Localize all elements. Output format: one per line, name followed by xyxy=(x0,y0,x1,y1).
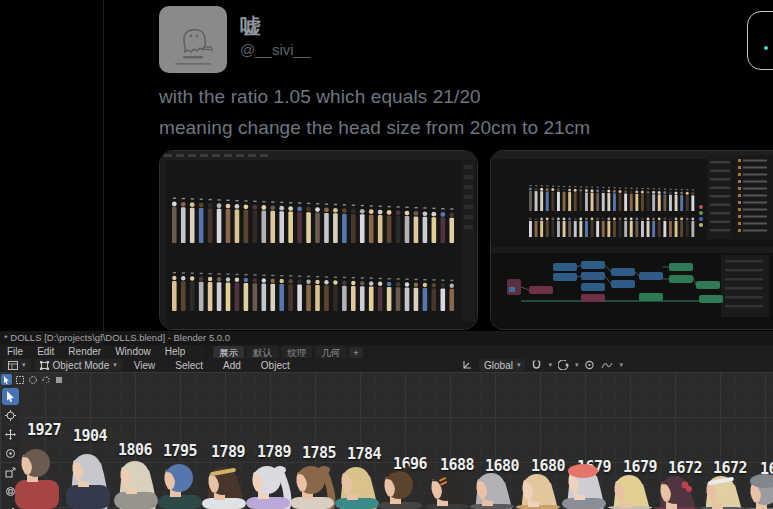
character-model[interactable] xyxy=(700,476,744,509)
character-model[interactable] xyxy=(246,466,291,509)
character-model[interactable] xyxy=(158,464,202,509)
chevron-down-icon[interactable]: ▾ xyxy=(575,361,579,369)
orientation-dropdown[interactable]: Global ▾ xyxy=(479,359,525,371)
character-model[interactable] xyxy=(15,449,59,509)
menu-window[interactable]: Window xyxy=(108,345,158,358)
thread-connector-line xyxy=(103,0,104,331)
avatar[interactable] xyxy=(159,6,227,73)
tab-workspace-2[interactable]: 默认 xyxy=(247,346,278,358)
object-mode-icon xyxy=(40,361,49,370)
screenshot-stage: 嘘 @__sivi__ with the ratio 1.05 which eq… xyxy=(0,0,773,509)
mode-label: Object Mode xyxy=(53,360,110,371)
character-model[interactable] xyxy=(335,467,379,509)
menu-edit[interactable]: Edit xyxy=(30,345,61,358)
tab-workspace-1[interactable]: 展示 xyxy=(213,346,244,358)
character-model[interactable] xyxy=(516,474,560,509)
proportional-editing-icon[interactable] xyxy=(584,360,595,370)
character-model[interactable] xyxy=(562,464,606,509)
tab-workspace-3[interactable]: 纹理 xyxy=(281,346,312,358)
menu-object[interactable]: Object xyxy=(253,360,298,371)
character-lineup xyxy=(0,372,773,509)
ghost-doodle-icon xyxy=(159,6,227,73)
character-model[interactable] xyxy=(470,473,514,509)
blender-menubar: File Edit Render Window Help 展示 默认 纹理 几何… xyxy=(0,345,773,358)
pivot-point-icon[interactable] xyxy=(558,360,569,370)
menu-file[interactable]: File xyxy=(0,345,30,358)
falloff-curve-icon[interactable] xyxy=(601,360,613,370)
character-model[interactable] xyxy=(378,463,422,509)
character-model[interactable] xyxy=(608,475,652,509)
tweet-text-line-2: meaning change the head size from 20cm t… xyxy=(159,117,590,139)
media-image-2[interactable] xyxy=(490,150,773,330)
tweet-text-line-1: with the ratio 1.05 which equals 21/20 xyxy=(159,86,481,108)
snap-magnet-icon[interactable] xyxy=(531,360,542,370)
corner-card[interactable] xyxy=(747,11,773,70)
menu-view[interactable]: View xyxy=(126,360,164,371)
character-model[interactable] xyxy=(114,461,158,509)
character-model[interactable] xyxy=(202,467,246,509)
character-model[interactable] xyxy=(425,473,469,509)
chevron-down-icon[interactable]: ▾ xyxy=(619,361,623,369)
transform-orientation-icon xyxy=(462,360,473,370)
chevron-down-icon: ▾ xyxy=(113,361,117,369)
blender-titlebar[interactable]: * DOLLS [D:\projects\gf\DOLLS.blend] - B… xyxy=(0,331,773,345)
chevron-down-icon: ▾ xyxy=(22,361,26,369)
3d-viewport[interactable]: 1927190418061795178917891785178416961688… xyxy=(0,372,773,509)
menu-select[interactable]: Select xyxy=(167,360,211,371)
viewport-editor-icon xyxy=(8,361,18,370)
display-name[interactable]: 嘘 xyxy=(240,12,261,40)
editor-type-dropdown[interactable]: ▾ xyxy=(3,359,31,371)
menu-help[interactable]: Help xyxy=(158,345,193,358)
blender-window: * DOLLS [D:\projects\gf\DOLLS.blend] - B… xyxy=(0,331,773,509)
menu-add[interactable]: Add xyxy=(215,360,249,371)
chevron-down-icon: ▾ xyxy=(517,361,521,369)
add-workspace-button[interactable]: + xyxy=(349,347,363,358)
viewport-header: ▾ Object Mode ▾ View Select Add Object xyxy=(0,358,773,372)
character-model[interactable] xyxy=(654,476,698,509)
character-model[interactable] xyxy=(290,466,335,509)
blender-lineup-thumbnail xyxy=(160,151,477,329)
character-model[interactable] xyxy=(66,454,110,509)
blender-nodes-thumbnail xyxy=(491,151,773,329)
orientation-label: Global xyxy=(484,360,513,371)
mode-dropdown[interactable]: Object Mode ▾ xyxy=(35,359,122,371)
user-handle[interactable]: @__sivi__ xyxy=(240,41,310,58)
media-image-1[interactable] xyxy=(159,150,478,330)
tab-workspace-4[interactable]: 几何 xyxy=(315,346,346,358)
workspace-tabs: 展示 默认 纹理 几何 + xyxy=(206,345,363,358)
menu-render[interactable]: Render xyxy=(61,345,108,358)
chevron-down-icon[interactable]: ▾ xyxy=(548,361,552,369)
character-model[interactable] xyxy=(744,474,773,509)
teal-dot-icon xyxy=(764,46,768,50)
